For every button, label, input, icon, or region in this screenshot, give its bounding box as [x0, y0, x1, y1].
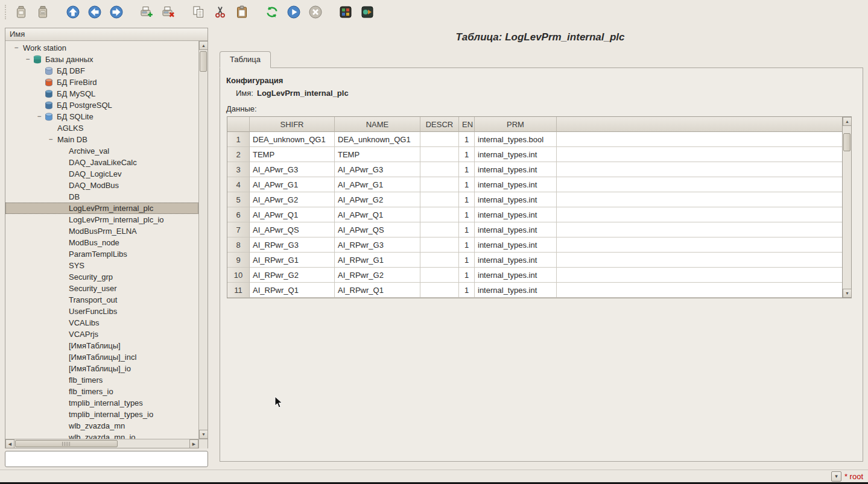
- row-number[interactable]: 9: [227, 253, 250, 268]
- start-updating-button[interactable]: [285, 3, 303, 21]
- tree-item-archive-val[interactable]: Archive_val: [5, 145, 198, 157]
- table-vscroll-track[interactable]: [843, 126, 851, 289]
- row-number[interactable]: 6: [227, 207, 250, 222]
- tree-vertical-scrollbar[interactable]: ▲ ▼: [198, 41, 207, 439]
- cell-prm[interactable]: internal_types.int: [475, 253, 557, 268]
- tree-item-wlb-zvazda-mn[interactable]: wlb_zvazda_mn: [5, 420, 198, 432]
- column-header-prm[interactable]: PRM: [475, 117, 557, 132]
- tree-vscroll-track[interactable]: [199, 50, 207, 430]
- cell-shifr[interactable]: AI_APwr_QS: [250, 222, 335, 237]
- tree-item-бд-firebird[interactable]: БД FireBird: [5, 77, 198, 88]
- cell-en[interactable]: 1: [459, 177, 475, 192]
- tree-item-sys[interactable]: SYS: [5, 260, 198, 271]
- tree-item-бд-mysql[interactable]: БД MySQL: [5, 88, 198, 99]
- cell-en[interactable]: 1: [459, 192, 475, 207]
- cell-descr[interactable]: [420, 283, 459, 298]
- cell-shifr[interactable]: AI_APwr_G3: [250, 162, 335, 177]
- status-combo-dropdown[interactable]: ▾: [831, 471, 841, 482]
- tree-item-tmplib-internal-types-io[interactable]: tmplib_internal_types_io: [5, 409, 198, 420]
- cell-prm[interactable]: internal_types.int: [475, 192, 557, 207]
- tree-item-modbusprm-elna[interactable]: ModBusPrm_ELNA: [5, 225, 198, 237]
- cell-prm[interactable]: internal_types.int: [475, 237, 557, 253]
- cell-descr[interactable]: [420, 253, 459, 268]
- app-window-1-button[interactable]: [337, 3, 355, 21]
- cell-en[interactable]: 1: [459, 283, 475, 298]
- cell-en[interactable]: 1: [459, 222, 475, 237]
- scroll-down-icon[interactable]: ▼: [199, 430, 207, 439]
- cell-shifr[interactable]: AI_RPwr_G1: [250, 253, 335, 268]
- cell-shifr[interactable]: DEA_unknown_QG1: [250, 132, 335, 147]
- tree-filter-input[interactable]: [5, 451, 208, 467]
- tree-item-имятаблицы-incl[interactable]: [ИмяТаблицы]_incl: [5, 351, 198, 363]
- cell-descr[interactable]: [420, 162, 459, 177]
- back-button[interactable]: [86, 3, 104, 21]
- tree-vscroll-thumb[interactable]: [200, 51, 207, 72]
- tree-item-security-user[interactable]: Security_user: [5, 283, 198, 294]
- cell-shifr[interactable]: AI_APwr_Q1: [250, 207, 335, 222]
- app-window-2-button[interactable]: [358, 3, 376, 21]
- cell-descr[interactable]: [420, 268, 459, 283]
- tree-hscroll-thumb[interactable]: [15, 440, 118, 447]
- cell-prm[interactable]: internal_types.int: [475, 283, 557, 298]
- scroll-up-icon[interactable]: ▲: [843, 117, 852, 126]
- cell-name[interactable]: AI_RPwr_G1: [335, 253, 420, 268]
- cell-shifr[interactable]: AI_RPwr_G3: [250, 237, 335, 253]
- cell-shifr[interactable]: AI_RPwr_Q1: [250, 283, 335, 298]
- table-vscroll-thumb[interactable]: [843, 133, 851, 151]
- row-number[interactable]: 8: [227, 237, 250, 253]
- row-number[interactable]: 11: [227, 283, 250, 298]
- cell-shifr[interactable]: AI_APwr_G2: [250, 192, 335, 207]
- cell-name[interactable]: AI_APwr_G2: [335, 192, 420, 207]
- tree-item-loglevprm-internal-plc-io[interactable]: LogLevPrm_internal_plc_io: [5, 214, 198, 225]
- cell-descr[interactable]: [420, 237, 459, 253]
- tree-item-daq-logiclev[interactable]: DAQ_LogicLev: [5, 168, 198, 180]
- copy-item-button[interactable]: [189, 3, 207, 21]
- cell-prm[interactable]: internal_types.int: [475, 222, 557, 237]
- cell-prm[interactable]: internal_types.int: [475, 268, 557, 283]
- tree-item-flb-timers[interactable]: flb_timers: [5, 374, 198, 386]
- row-number[interactable]: 10: [227, 268, 250, 283]
- cell-prm[interactable]: internal_types.bool: [475, 132, 557, 147]
- refresh-button[interactable]: [263, 3, 281, 21]
- collapse-expander-icon[interactable]: −: [23, 54, 33, 65]
- cell-name[interactable]: AI_RPwr_Q1: [335, 283, 420, 298]
- tree-item-tmplib-internal-types[interactable]: tmplib_internal_types: [5, 397, 198, 409]
- column-header-shifr[interactable]: SHIFR: [250, 117, 335, 132]
- cell-name[interactable]: AI_APwr_G3: [335, 162, 420, 177]
- forward-button[interactable]: [107, 3, 125, 21]
- cell-prm[interactable]: internal_types.int: [475, 177, 557, 192]
- tree-item-vcaprjs[interactable]: VCAPrjs: [5, 328, 198, 340]
- row-number[interactable]: 2: [227, 147, 250, 162]
- cell-shifr[interactable]: TEMP: [250, 147, 335, 162]
- cell-name[interactable]: AI_APwr_Q1: [335, 207, 420, 222]
- tree-item-transport-out[interactable]: Transport_out: [5, 294, 198, 306]
- cell-descr[interactable]: [420, 192, 459, 207]
- delete-item-button[interactable]: [159, 3, 177, 21]
- tree-item-loglevprm-internal-plc[interactable]: LogLevPrm_internal_plc: [5, 203, 198, 214]
- cell-shifr[interactable]: AI_APwr_G1: [250, 177, 335, 192]
- tree-item-flb-timers-io[interactable]: flb_timers_io: [5, 386, 198, 397]
- add-item-button[interactable]: [138, 3, 156, 21]
- cell-name[interactable]: AI_APwr_G1: [335, 177, 420, 192]
- collapse-expander-icon[interactable]: −: [11, 42, 21, 54]
- tree-item-бд-postgresql[interactable]: БД PostgreSQL: [5, 99, 198, 111]
- cell-name[interactable]: DEA_unknown_QG1: [335, 132, 420, 147]
- row-number[interactable]: 4: [227, 177, 250, 192]
- tree-horizontal-scrollbar[interactable]: ◀ ▶: [5, 439, 207, 448]
- cell-en[interactable]: 1: [459, 132, 475, 147]
- load-from-db-button[interactable]: [12, 3, 30, 21]
- cell-descr[interactable]: [420, 177, 459, 192]
- column-header-name[interactable]: NAME: [335, 117, 420, 132]
- tab-table[interactable]: Таблица: [220, 51, 271, 68]
- tree-item-modbus-node[interactable]: ModBus_node: [5, 237, 198, 248]
- column-header-en[interactable]: EN: [459, 117, 475, 132]
- cell-descr[interactable]: [420, 207, 459, 222]
- tree-hscroll-track[interactable]: [14, 439, 189, 448]
- table-vertical-scrollbar[interactable]: ▲ ▼: [842, 117, 851, 298]
- tree-item-daq-modbus[interactable]: DAQ_ModBus: [5, 180, 198, 191]
- cell-en[interactable]: 1: [459, 253, 475, 268]
- cell-en[interactable]: 1: [459, 162, 475, 177]
- paste-item-button[interactable]: [233, 3, 251, 21]
- tree-item-db[interactable]: DB: [5, 191, 198, 203]
- scroll-up-icon[interactable]: ▲: [199, 41, 207, 50]
